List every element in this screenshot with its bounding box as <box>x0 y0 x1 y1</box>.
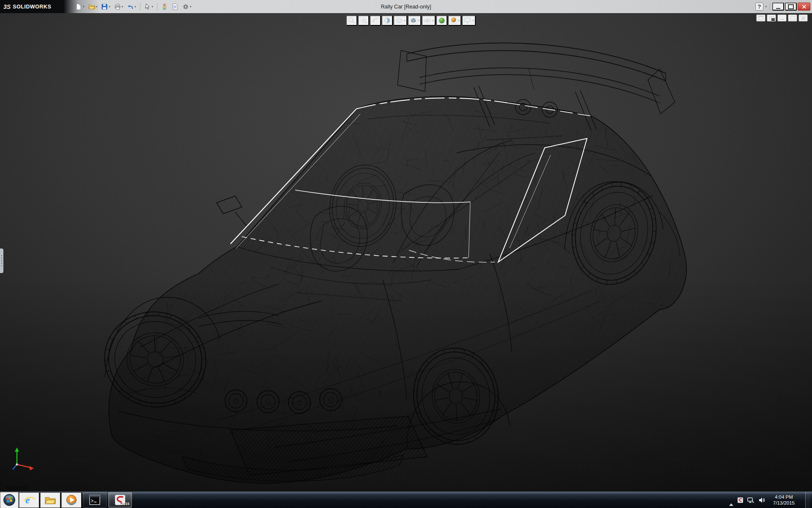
close-button[interactable] <box>798 3 810 11</box>
zoom-to-fit-icon <box>348 17 356 25</box>
zoom-to-area-button[interactable] <box>358 15 369 26</box>
toolbar-separator <box>140 3 140 11</box>
titlebar-controls: ? ▾ <box>755 3 812 11</box>
quick-access-toolbar: ▾ ▾ ▾ ▾ ▾ ▾ <box>74 2 193 12</box>
clock-time: 4:04 PM <box>773 494 795 500</box>
system-tray: 4:04 PM 7/13/2015 <box>729 492 812 508</box>
edit-appearance-sphere-icon <box>438 17 446 25</box>
doc-close-button[interactable] <box>798 14 808 22</box>
orientation-triad <box>9 445 36 474</box>
hide-show-eye-icon <box>423 17 431 25</box>
show-hidden-icons-button[interactable] <box>729 497 733 503</box>
dos-window-icon <box>89 495 100 505</box>
hide-show-items-button[interactable]: ▾ <box>422 15 436 26</box>
section-view-button[interactable] <box>381 15 393 26</box>
taskbar-solidworks-app[interactable]: 2015 <box>108 492 132 508</box>
view-settings-button[interactable]: ▾ <box>462 15 476 26</box>
start-button[interactable] <box>0 492 19 508</box>
desktop-screen: 3S SOLIDWORKS ▾ ▾ ▾ ▾ ▾ ▾ <box>0 0 812 508</box>
windows-orb-icon <box>3 494 16 506</box>
view-orientation-button[interactable]: ▾ <box>393 15 407 26</box>
toolbar-separator <box>157 3 157 11</box>
new-document-button[interactable]: ▾ <box>74 2 86 12</box>
internet-explorer-icon: e <box>23 494 35 506</box>
apply-scene-button[interactable]: ▾ <box>448 15 462 26</box>
select-cursor-icon <box>144 3 151 10</box>
app-titlebar: 3S SOLIDWORKS ▾ ▾ ▾ ▾ ▾ ▾ <box>0 0 812 13</box>
clock-date: 7/13/2015 <box>773 500 795 506</box>
print-icon <box>114 3 121 10</box>
3ds-mark-icon: 3S <box>3 3 11 10</box>
taskbar-clock[interactable]: 4:04 PM 7/13/2015 <box>769 494 799 506</box>
zoom-to-fit-button[interactable] <box>346 15 357 26</box>
view-orientation-label: *Dimetric <box>7 484 29 491</box>
help-button[interactable]: ? <box>755 3 764 11</box>
previous-view-button[interactable] <box>370 15 381 26</box>
solidworks-version-badge: 2015 <box>121 502 129 506</box>
zoom-to-area-icon <box>359 17 368 25</box>
rebuild-button[interactable] <box>159 2 170 12</box>
svg-text:e: e <box>25 494 30 505</box>
section-view-icon <box>383 17 391 25</box>
view-settings-icon <box>464 17 472 25</box>
document-window-controls <box>756 14 808 22</box>
toolbar-separator <box>769 3 770 11</box>
save-icon <box>101 3 108 10</box>
edit-appearance-button[interactable] <box>436 15 447 26</box>
taskbar-dos-window-app[interactable] <box>83 492 107 508</box>
print-button[interactable]: ▾ <box>112 2 125 12</box>
help-dropdown-icon[interactable]: ▾ <box>765 5 767 8</box>
folder-icon <box>44 494 56 506</box>
file-properties-icon <box>172 3 178 10</box>
display-style-button[interactable]: ▾ <box>408 15 422 26</box>
minimize-button[interactable] <box>772 3 784 11</box>
taskbar-media-player[interactable] <box>61 492 82 508</box>
view-orientation-cube-icon <box>395 17 403 25</box>
featuremanager-splitter-handle[interactable] <box>0 248 3 273</box>
new-document-icon <box>75 3 82 10</box>
taskbar-internet-explorer[interactable]: e <box>19 492 40 508</box>
file-properties-button[interactable] <box>170 2 180 12</box>
doc-minimize-button[interactable] <box>777 14 787 22</box>
save-button[interactable]: ▾ <box>99 2 112 12</box>
wireframe-rally-car-model[interactable] <box>0 13 812 491</box>
brand-text: SOLIDWORKS <box>13 4 51 10</box>
windows-taskbar: e <box>0 491 812 508</box>
undo-icon <box>127 3 134 10</box>
maximize-button[interactable] <box>785 3 797 11</box>
solidworks-logo: 3S SOLIDWORKS <box>0 0 68 13</box>
display-style-icon <box>409 17 417 25</box>
doc-tile-button[interactable] <box>756 14 765 22</box>
chevron-up-icon <box>729 497 733 506</box>
tray-solidworks-monitor-icon[interactable] <box>737 497 743 503</box>
volume-icon[interactable] <box>758 497 765 503</box>
doc-restore-button[interactable] <box>788 14 797 22</box>
graphics-viewport[interactable]: ▾ ▾ ▾ ▾ ▾ <box>0 13 812 491</box>
doc-cascade-button[interactable] <box>767 14 776 22</box>
open-folder-icon <box>88 3 95 10</box>
media-player-icon <box>66 494 77 506</box>
undo-button[interactable]: ▾ <box>125 2 138 12</box>
show-desktop-button[interactable] <box>805 492 810 508</box>
network-status-icon[interactable] <box>747 497 754 503</box>
select-button[interactable]: ▾ <box>143 2 155 12</box>
rebuild-traffic-light-icon <box>161 3 168 10</box>
heads-up-view-toolbar: ▾ ▾ ▾ ▾ ▾ <box>346 15 476 26</box>
apply-scene-sphere-icon <box>450 17 458 25</box>
options-gear-icon <box>182 3 189 10</box>
previous-view-icon <box>371 17 379 25</box>
taskbar-windows-explorer[interactable] <box>40 492 61 508</box>
options-button[interactable]: ▾ <box>181 2 193 12</box>
open-button[interactable]: ▾ <box>87 2 99 12</box>
